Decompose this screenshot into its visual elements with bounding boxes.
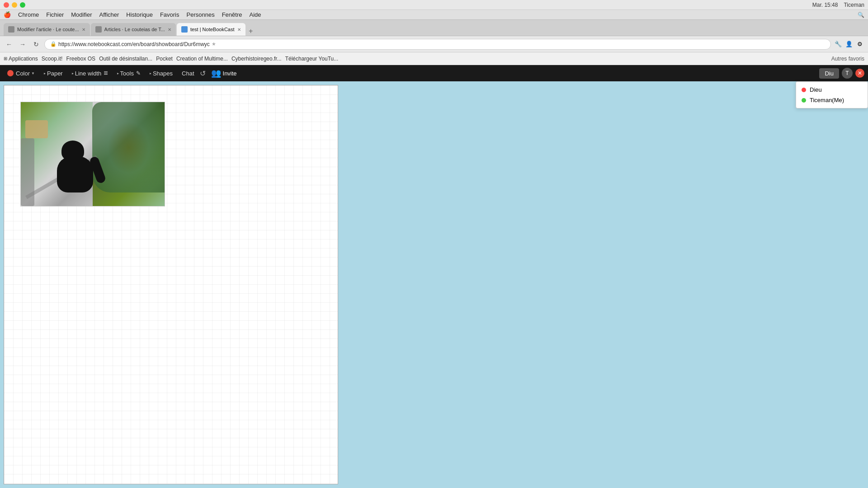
- tab-modifier[interactable]: Modifier l'article · Le coute... ✕: [4, 23, 90, 36]
- people-icon: 👥: [211, 68, 221, 78]
- browser-toolbar-icons: 🔧 👤 ⚙: [834, 40, 864, 49]
- traffic-lights[interactable]: [4, 2, 25, 8]
- favoris-menu[interactable]: Favoris: [160, 11, 179, 18]
- bookmark-yt-label: Téléchargeur YouTu...: [285, 56, 339, 62]
- cat-canvas: [21, 102, 165, 206]
- edit-icon: ✎: [136, 70, 141, 76]
- bookmark-creation[interactable]: Creation of Multime...: [176, 56, 228, 62]
- dieu-name: Dieu: [810, 86, 822, 93]
- app-toolbar: Color ▼ ▸ Paper ▸ Line width ≡ ▸ Tools ✎…: [0, 65, 868, 81]
- canvas-area[interactable]: [4, 85, 338, 484]
- tab-favicon-notebookcast: [181, 26, 188, 33]
- os-user: Ticeman: [844, 2, 864, 8]
- account-icon[interactable]: 👤: [844, 40, 854, 49]
- bookmarks-bar: ⊞ Applications Scoop.it! Freebox OS Outi…: [0, 52, 868, 65]
- bookmark-apps[interactable]: ⊞ Applications: [4, 56, 38, 62]
- bookmark-pocket[interactable]: Pocket: [156, 56, 173, 62]
- bookmarks-more[interactable]: Autres favoris: [831, 56, 864, 62]
- chrome-menu[interactable]: Chrome: [18, 11, 39, 18]
- cat-head: [61, 141, 84, 161]
- tab-favicon-articles: [95, 26, 102, 33]
- extensions-icon[interactable]: 🔧: [834, 40, 843, 49]
- tab-label-modifier: Modifier l'article · Le coute...: [17, 27, 79, 32]
- cursor-arrow-icon: ↺: [200, 69, 206, 78]
- reload-button[interactable]: ↻: [31, 39, 42, 50]
- line-arrow-left: ▸: [72, 71, 74, 75]
- apps-icon: ⊞: [4, 56, 7, 61]
- bookmark-outil[interactable]: Outil de désinstallan...: [99, 56, 152, 62]
- basket-object: [25, 120, 48, 138]
- bookmark-scoop[interactable]: Scoop.it!: [42, 56, 63, 62]
- title-bar: Mar. 15:48 Ticeman: [0, 0, 868, 10]
- close-button[interactable]: [4, 2, 9, 8]
- right-area: Dieu Ticeman(Me): [342, 81, 868, 488]
- url-bar[interactable]: 🔒 https://www.notebookcast.com/en/board/…: [44, 39, 831, 50]
- paper-arrow-left: ▸: [44, 71, 46, 75]
- tab-articles[interactable]: Articles · Le couteias de T... ✕: [91, 23, 176, 36]
- color-label: Color: [16, 70, 30, 77]
- diu-button[interactable]: Diu: [819, 68, 839, 79]
- bookmark-outil-label: Outil de désinstallan...: [99, 56, 152, 62]
- user-dieu[interactable]: Dieu: [796, 84, 868, 95]
- tools-label: Tools: [120, 70, 134, 77]
- cat-body: [57, 156, 93, 192]
- bookmark-freebox[interactable]: Freebox OS: [66, 56, 95, 62]
- star-icon[interactable]: ★: [212, 41, 216, 47]
- forward-button[interactable]: →: [17, 39, 28, 50]
- ticeman-color-dot: [802, 98, 806, 103]
- menubar: 🍎 Chrome Fichier Modifier Afficher Histo…: [0, 10, 868, 20]
- paper-tool[interactable]: ▸ Paper: [40, 68, 66, 79]
- os-time: Mar. 15:48: [812, 2, 838, 8]
- apple-menu[interactable]: 🍎: [4, 11, 11, 18]
- bookmark-apps-label: Applications: [9, 56, 38, 62]
- tab-bar: Modifier l'article · Le coute... ✕ Artic…: [0, 20, 868, 36]
- minimize-button[interactable]: [12, 2, 17, 8]
- bookmark-scoop-label: Scoop.it!: [42, 56, 63, 62]
- color-swatch: [7, 70, 14, 76]
- bookmark-creation-label: Creation of Multime...: [176, 56, 228, 62]
- maximize-button[interactable]: [20, 2, 25, 8]
- cat-image[interactable]: [20, 102, 165, 206]
- shapes-arrow-left: ▸: [150, 71, 151, 75]
- tools-tool[interactable]: ▸ Tools ✎: [113, 68, 144, 79]
- aide-menu[interactable]: Aide: [249, 11, 261, 18]
- invite-label: Invite: [223, 70, 237, 77]
- tab-label-notebookcast: test | NoteBookCast: [190, 27, 235, 32]
- historique-menu[interactable]: Historique: [126, 11, 153, 18]
- address-bar: ← → ↻ 🔒 https://www.notebookcast.com/en/…: [0, 36, 868, 52]
- settings-icon[interactable]: ⚙: [855, 40, 864, 49]
- chat-tool[interactable]: Chat: [178, 68, 198, 79]
- fenetre-menu[interactable]: Fenêtre: [222, 11, 242, 18]
- bookmark-freebox-label: Freebox OS: [66, 56, 95, 62]
- tab-favicon-modifier: [8, 26, 14, 33]
- afficher-menu[interactable]: Afficher: [99, 11, 119, 18]
- color-tool[interactable]: Color ▼: [4, 68, 38, 79]
- tools-arrow-left: ▸: [117, 71, 119, 75]
- user-avatar[interactable]: T: [842, 68, 853, 79]
- invite-area[interactable]: 👥 Invite: [211, 68, 237, 78]
- new-tab-button[interactable]: +: [246, 27, 255, 36]
- tab-close-notebookcast[interactable]: ✕: [237, 27, 241, 32]
- line-width-tool[interactable]: ▸ Line width ≡: [68, 67, 112, 79]
- search-icon[interactable]: 🔍: [858, 12, 864, 18]
- toolbar-right: Diu T ✕: [819, 68, 864, 79]
- tab-close-articles[interactable]: ✕: [168, 27, 171, 32]
- tab-notebookcast[interactable]: test | NoteBookCast ✕: [177, 23, 245, 36]
- back-button[interactable]: ←: [4, 39, 14, 50]
- line-width-label: Line width: [75, 70, 102, 77]
- modifier-menu[interactable]: Modifier: [71, 11, 92, 18]
- bookmark-cyber[interactable]: Cyberhistoiregeo.fr...: [231, 56, 282, 62]
- shapes-tool[interactable]: ▸ Shapes: [146, 68, 176, 79]
- close-session-button[interactable]: ✕: [855, 69, 864, 78]
- tab-close-modifier[interactable]: ✕: [82, 27, 85, 32]
- lock-icon: 🔒: [50, 41, 57, 47]
- bookmark-yt[interactable]: Téléchargeur YouTu...: [285, 56, 339, 62]
- users-dropdown: Dieu Ticeman(Me): [796, 81, 868, 108]
- color-arrow: ▼: [31, 71, 35, 75]
- main-area: Dieu Ticeman(Me): [0, 81, 868, 488]
- personnes-menu[interactable]: Personnes: [187, 11, 215, 18]
- line-width-icon: ≡: [104, 69, 108, 77]
- fichier-menu[interactable]: Fichier: [46, 11, 64, 18]
- user-ticeman[interactable]: Ticeman(Me): [796, 95, 868, 105]
- cat-silhouette: [48, 134, 102, 192]
